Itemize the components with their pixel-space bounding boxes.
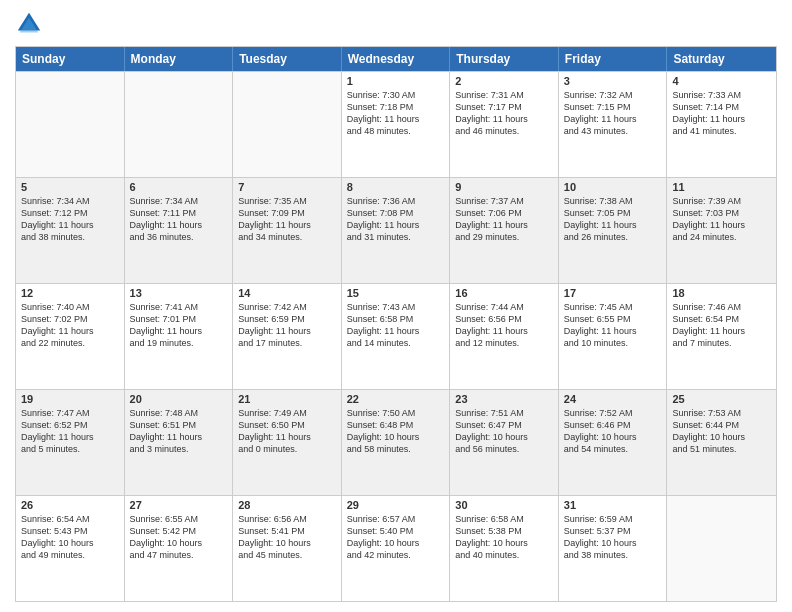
day-info: Sunrise: 7:39 AM Sunset: 7:03 PM Dayligh… [672,195,771,244]
cal-cell: 9Sunrise: 7:37 AM Sunset: 7:06 PM Daylig… [450,178,559,283]
day-info: Sunrise: 7:34 AM Sunset: 7:11 PM Dayligh… [130,195,228,244]
calendar-body: 1Sunrise: 7:30 AM Sunset: 7:18 PM Daylig… [16,71,776,601]
day-number: 25 [672,393,771,405]
day-info: Sunrise: 6:57 AM Sunset: 5:40 PM Dayligh… [347,513,445,562]
day-number: 1 [347,75,445,87]
cal-cell: 13Sunrise: 7:41 AM Sunset: 7:01 PM Dayli… [125,284,234,389]
cal-cell: 18Sunrise: 7:46 AM Sunset: 6:54 PM Dayli… [667,284,776,389]
cal-header-wednesday: Wednesday [342,47,451,71]
day-info: Sunrise: 7:34 AM Sunset: 7:12 PM Dayligh… [21,195,119,244]
cal-cell [667,496,776,601]
day-number: 5 [21,181,119,193]
day-info: Sunrise: 7:37 AM Sunset: 7:06 PM Dayligh… [455,195,553,244]
day-info: Sunrise: 7:35 AM Sunset: 7:09 PM Dayligh… [238,195,336,244]
logo-icon [15,10,43,38]
cal-week-2: 5Sunrise: 7:34 AM Sunset: 7:12 PM Daylig… [16,177,776,283]
day-info: Sunrise: 7:36 AM Sunset: 7:08 PM Dayligh… [347,195,445,244]
day-info: Sunrise: 7:30 AM Sunset: 7:18 PM Dayligh… [347,89,445,138]
day-info: Sunrise: 7:43 AM Sunset: 6:58 PM Dayligh… [347,301,445,350]
cal-cell: 6Sunrise: 7:34 AM Sunset: 7:11 PM Daylig… [125,178,234,283]
cal-cell: 1Sunrise: 7:30 AM Sunset: 7:18 PM Daylig… [342,72,451,177]
cal-cell: 15Sunrise: 7:43 AM Sunset: 6:58 PM Dayli… [342,284,451,389]
day-number: 4 [672,75,771,87]
cal-cell: 31Sunrise: 6:59 AM Sunset: 5:37 PM Dayli… [559,496,668,601]
day-info: Sunrise: 7:46 AM Sunset: 6:54 PM Dayligh… [672,301,771,350]
cal-cell: 8Sunrise: 7:36 AM Sunset: 7:08 PM Daylig… [342,178,451,283]
cal-week-1: 1Sunrise: 7:30 AM Sunset: 7:18 PM Daylig… [16,71,776,177]
cal-cell: 26Sunrise: 6:54 AM Sunset: 5:43 PM Dayli… [16,496,125,601]
day-info: Sunrise: 7:48 AM Sunset: 6:51 PM Dayligh… [130,407,228,456]
cal-cell: 12Sunrise: 7:40 AM Sunset: 7:02 PM Dayli… [16,284,125,389]
cal-cell: 22Sunrise: 7:50 AM Sunset: 6:48 PM Dayli… [342,390,451,495]
day-number: 27 [130,499,228,511]
day-number: 11 [672,181,771,193]
day-number: 7 [238,181,336,193]
day-info: Sunrise: 6:55 AM Sunset: 5:42 PM Dayligh… [130,513,228,562]
cal-cell: 4Sunrise: 7:33 AM Sunset: 7:14 PM Daylig… [667,72,776,177]
calendar: SundayMondayTuesdayWednesdayThursdayFrid… [15,46,777,602]
day-number: 23 [455,393,553,405]
day-number: 21 [238,393,336,405]
day-number: 6 [130,181,228,193]
cal-header-friday: Friday [559,47,668,71]
day-number: 9 [455,181,553,193]
logo [15,10,47,38]
cal-header-monday: Monday [125,47,234,71]
cal-cell: 24Sunrise: 7:52 AM Sunset: 6:46 PM Dayli… [559,390,668,495]
day-number: 18 [672,287,771,299]
calendar-header-row: SundayMondayTuesdayWednesdayThursdayFrid… [16,47,776,71]
day-number: 30 [455,499,553,511]
day-info: Sunrise: 6:56 AM Sunset: 5:41 PM Dayligh… [238,513,336,562]
day-info: Sunrise: 7:53 AM Sunset: 6:44 PM Dayligh… [672,407,771,456]
cal-cell: 28Sunrise: 6:56 AM Sunset: 5:41 PM Dayli… [233,496,342,601]
cal-cell: 11Sunrise: 7:39 AM Sunset: 7:03 PM Dayli… [667,178,776,283]
cal-header-sunday: Sunday [16,47,125,71]
cal-cell: 5Sunrise: 7:34 AM Sunset: 7:12 PM Daylig… [16,178,125,283]
day-number: 19 [21,393,119,405]
cal-cell: 29Sunrise: 6:57 AM Sunset: 5:40 PM Dayli… [342,496,451,601]
cal-header-thursday: Thursday [450,47,559,71]
cal-cell: 27Sunrise: 6:55 AM Sunset: 5:42 PM Dayli… [125,496,234,601]
day-number: 10 [564,181,662,193]
page: SundayMondayTuesdayWednesdayThursdayFrid… [0,0,792,612]
day-info: Sunrise: 7:45 AM Sunset: 6:55 PM Dayligh… [564,301,662,350]
day-number: 3 [564,75,662,87]
cal-cell: 14Sunrise: 7:42 AM Sunset: 6:59 PM Dayli… [233,284,342,389]
cal-cell [16,72,125,177]
day-info: Sunrise: 7:41 AM Sunset: 7:01 PM Dayligh… [130,301,228,350]
day-number: 17 [564,287,662,299]
header [15,10,777,38]
day-number: 24 [564,393,662,405]
day-number: 8 [347,181,445,193]
cal-cell: 20Sunrise: 7:48 AM Sunset: 6:51 PM Dayli… [125,390,234,495]
cal-header-tuesday: Tuesday [233,47,342,71]
day-number: 26 [21,499,119,511]
day-info: Sunrise: 7:33 AM Sunset: 7:14 PM Dayligh… [672,89,771,138]
cal-cell: 19Sunrise: 7:47 AM Sunset: 6:52 PM Dayli… [16,390,125,495]
day-number: 12 [21,287,119,299]
day-info: Sunrise: 7:51 AM Sunset: 6:47 PM Dayligh… [455,407,553,456]
day-info: Sunrise: 6:54 AM Sunset: 5:43 PM Dayligh… [21,513,119,562]
day-info: Sunrise: 6:59 AM Sunset: 5:37 PM Dayligh… [564,513,662,562]
day-info: Sunrise: 7:47 AM Sunset: 6:52 PM Dayligh… [21,407,119,456]
cal-cell: 25Sunrise: 7:53 AM Sunset: 6:44 PM Dayli… [667,390,776,495]
cal-cell: 3Sunrise: 7:32 AM Sunset: 7:15 PM Daylig… [559,72,668,177]
day-number: 28 [238,499,336,511]
cal-cell: 16Sunrise: 7:44 AM Sunset: 6:56 PM Dayli… [450,284,559,389]
day-info: Sunrise: 7:52 AM Sunset: 6:46 PM Dayligh… [564,407,662,456]
cal-cell: 2Sunrise: 7:31 AM Sunset: 7:17 PM Daylig… [450,72,559,177]
cal-week-5: 26Sunrise: 6:54 AM Sunset: 5:43 PM Dayli… [16,495,776,601]
day-info: Sunrise: 6:58 AM Sunset: 5:38 PM Dayligh… [455,513,553,562]
day-info: Sunrise: 7:40 AM Sunset: 7:02 PM Dayligh… [21,301,119,350]
day-info: Sunrise: 7:44 AM Sunset: 6:56 PM Dayligh… [455,301,553,350]
day-number: 16 [455,287,553,299]
day-number: 13 [130,287,228,299]
cal-week-4: 19Sunrise: 7:47 AM Sunset: 6:52 PM Dayli… [16,389,776,495]
cal-cell [233,72,342,177]
cal-cell: 17Sunrise: 7:45 AM Sunset: 6:55 PM Dayli… [559,284,668,389]
day-info: Sunrise: 7:38 AM Sunset: 7:05 PM Dayligh… [564,195,662,244]
day-info: Sunrise: 7:42 AM Sunset: 6:59 PM Dayligh… [238,301,336,350]
day-number: 14 [238,287,336,299]
day-number: 29 [347,499,445,511]
day-info: Sunrise: 7:49 AM Sunset: 6:50 PM Dayligh… [238,407,336,456]
